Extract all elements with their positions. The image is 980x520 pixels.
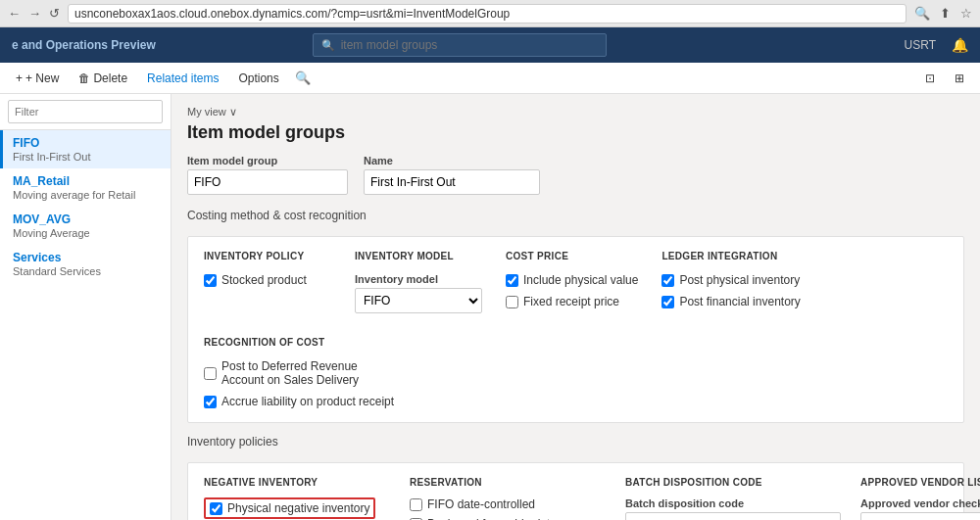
toolbar-search-icon[interactable]: 🔍 (291, 67, 315, 89)
approved-vendor-check-method-label: Approved vendor check method (860, 497, 980, 509)
inventory-model-header: INVENTORY MODEL (355, 251, 482, 261)
post-financial-inventory-label: Post financial inventory (679, 295, 800, 308)
inventory-model-field: Inventory model FIFO LIFO Average Standa… (355, 273, 482, 313)
sidebar-item-mov-avg-title: MOV_AVG (13, 213, 161, 226)
post-financial-inventory-checkbox[interactable] (662, 296, 674, 308)
delete-icon: 🗑 (78, 71, 90, 85)
global-search-icon: 🔍 (321, 39, 335, 52)
approved-vendor-check-method-field: Approved vendor check method Warning onl… (860, 497, 980, 520)
back-icon[interactable]: ← (8, 6, 21, 21)
name-field: Name (364, 155, 540, 195)
ledger-integration-header: LEDGER INTEGRATION (662, 251, 800, 261)
refresh-icon[interactable]: ↺ (49, 6, 60, 21)
fifo-date-controlled-checkbox[interactable] (410, 498, 422, 511)
global-search-input[interactable] (341, 38, 537, 52)
stocked-product-row: Stocked product (204, 273, 331, 287)
post-financial-inventory-row: Post financial inventory (662, 295, 800, 308)
view-toggle-btn2[interactable]: ⊞ (947, 68, 972, 89)
item-model-group-input[interactable] (187, 169, 348, 195)
post-deferred-revenue-label: Post to Deferred Revenue Account on Sale… (221, 359, 400, 387)
inventory-policies-section-header: Inventory policies (187, 435, 964, 452)
physical-negative-inventory-label: Physical negative inventory (227, 501, 369, 515)
inventory-model-select[interactable]: FIFO LIFO Average Standard (355, 288, 482, 313)
post-physical-inventory-row: Post physical inventory (662, 273, 800, 287)
post-deferred-revenue-checkbox[interactable] (204, 367, 217, 380)
related-items-button[interactable]: Related items (139, 68, 226, 89)
star-icon[interactable]: ☆ (960, 6, 972, 21)
sidebar-filter-area (0, 94, 171, 130)
fixed-receipt-price-label: Fixed receipt price (523, 295, 619, 308)
sidebar-item-fifo-title: FIFO (13, 136, 161, 150)
breadcrumb[interactable]: My view ∨ (187, 106, 964, 118)
url-text: usnconeboxax1aos.cloud.onebox.dynamics.c… (74, 7, 510, 21)
batch-disposition-code-select[interactable] (625, 512, 841, 520)
main-toolbar: + + New 🗑 Delete Related items Options 🔍… (0, 63, 980, 94)
sidebar-item-fifo[interactable]: FIFO First In-First Out (0, 130, 171, 168)
post-deferred-revenue-row: Post to Deferred Revenue Account on Sale… (204, 359, 400, 387)
accrue-liability-label: Accrue liability on product receipt (221, 395, 394, 408)
sidebar-item-services-title: Services (13, 251, 161, 264)
sidebar: FIFO First In-First Out MA_Retail Moving… (0, 94, 172, 520)
name-input[interactable] (364, 169, 540, 195)
post-physical-inventory-label: Post physical inventory (679, 273, 800, 287)
new-button[interactable]: + + New (8, 68, 67, 89)
sidebar-item-ma-retail-subtitle: Moving average for Retail (13, 189, 161, 201)
batch-disposition-code-field: Batch disposition code (625, 497, 841, 520)
approved-vendor-check-method-select[interactable]: Warning only Not allowed Warning and cau… (860, 512, 980, 520)
sidebar-item-ma-retail[interactable]: MA_Retail Moving average for Retail (0, 168, 171, 207)
item-model-group-label: Item model group (187, 155, 348, 166)
app-title: e and Operations Preview (12, 38, 156, 52)
browser-bar: ← → ↺ usnconeboxax1aos.cloud.onebox.dyna… (0, 0, 980, 27)
include-physical-value-label: Include physical value (523, 273, 638, 287)
user-badge: USRT (905, 38, 936, 52)
accrue-liability-checkbox[interactable] (204, 396, 217, 408)
reservation-header: RESERVATION (410, 477, 606, 488)
item-model-group-field: Item model group (187, 155, 348, 195)
fixed-receipt-price-checkbox[interactable] (506, 296, 518, 308)
view-toggle-btn1[interactable]: ⊡ (917, 68, 943, 89)
costing-columns: INVENTORY POLICY Stocked product INVENTO… (204, 251, 948, 408)
page-title: Item model groups (187, 122, 964, 143)
costing-card: INVENTORY POLICY Stocked product INVENTO… (187, 236, 964, 423)
main-layout: FIFO First In-First Out MA_Retail Moving… (0, 94, 980, 520)
include-physical-value-checkbox[interactable] (506, 274, 518, 287)
sidebar-filter-input[interactable] (8, 100, 163, 123)
name-label: Name (364, 155, 540, 166)
new-icon: + (16, 71, 23, 85)
costing-section-header: Costing method & cost recognition (187, 209, 964, 226)
cost-price-header: COST PRICE (506, 251, 638, 261)
sidebar-item-mov-avg-subtitle: Moving Average (13, 227, 161, 239)
delete-button[interactable]: 🗑 Delete (71, 68, 135, 89)
inventory-model-column: INVENTORY MODEL Inventory model FIFO LIF… (355, 251, 482, 313)
include-physical-value-row: Include physical value (506, 273, 638, 287)
physical-negative-inventory-highlighted-row: Physical negative inventory (204, 497, 390, 519)
physical-negative-inventory-checkbox[interactable] (210, 502, 222, 515)
cost-price-column: COST PRICE Include physical value Fixed … (506, 251, 638, 313)
options-button[interactable]: Options (230, 68, 286, 89)
notification-bell-icon[interactable]: 🔔 (952, 37, 968, 53)
forward-icon[interactable]: → (28, 6, 41, 21)
url-bar[interactable]: usnconeboxax1aos.cloud.onebox.dynamics.c… (68, 4, 906, 24)
col2: RESERVATION FIFO date-controlled Backwar… (410, 477, 606, 520)
sidebar-item-mov-avg[interactable]: MOV_AVG Moving Average (0, 207, 171, 245)
search-browser-icon[interactable]: 🔍 (914, 6, 930, 21)
fixed-receipt-price-row: Fixed receipt price (506, 295, 638, 308)
approved-vendor-list-header: APPROVED VENDOR LIST (860, 477, 980, 488)
global-search-box[interactable]: 🔍 (313, 33, 607, 57)
inventory-policy-column: INVENTORY POLICY Stocked product (204, 251, 331, 313)
sidebar-item-ma-retail-title: MA_Retail (13, 174, 161, 188)
sidebar-item-services[interactable]: Services Standard Services (0, 245, 171, 283)
app-header: e and Operations Preview 🔍 USRT 🔔 (0, 27, 980, 63)
main-content: My view ∨ Item model groups Item model g… (172, 94, 980, 520)
col1: NEGATIVE INVENTORY Physical negative inv… (204, 477, 390, 520)
recognition-cost-column: RECOGNITION OF COST Post to Deferred Rev… (204, 337, 400, 408)
col4: APPROVED VENDOR LIST Approved vendor che… (860, 477, 980, 520)
share-icon[interactable]: ⬆ (940, 6, 951, 21)
recognition-cost-header: RECOGNITION OF COST (204, 337, 400, 348)
batch-disposition-code-label: Batch disposition code (625, 497, 841, 509)
batch-disposition-header: BATCH DISPOSITION CODE (625, 477, 841, 488)
accrue-liability-row: Accrue liability on product receipt (204, 395, 400, 408)
stocked-product-checkbox[interactable] (204, 274, 217, 287)
fifo-date-controlled-row: FIFO date-controlled (410, 497, 606, 511)
post-physical-inventory-checkbox[interactable] (662, 274, 674, 287)
